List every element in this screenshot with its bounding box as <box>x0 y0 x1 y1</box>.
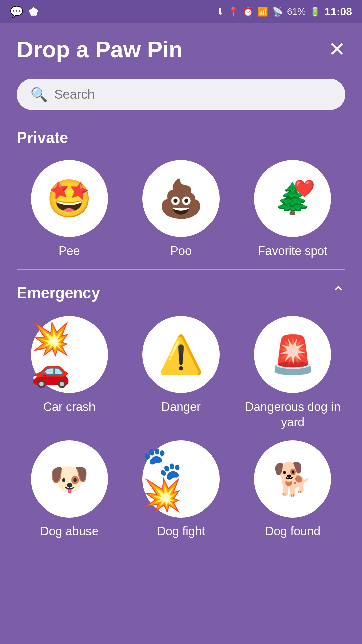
section-emergency-label: Emergency <box>17 284 100 302</box>
pin-item-dangerous-dog-in-yard[interactable]: 🚨 Dangerous dog in yard <box>240 316 345 431</box>
pin-circle-favorite-spot: 🌲❤️ <box>254 160 331 237</box>
location-icon: 📍 <box>228 7 239 17</box>
pin-circle-car-crash: 💥🚗 <box>31 316 108 393</box>
status-bar-right: ⬇ 📍 ⏰ 📶 📡 61% 🔋 11:08 <box>217 6 352 18</box>
pin-circle-dog-abuse: 🐶 <box>31 440 108 518</box>
dangerous-dog-icon: 🚨 <box>270 336 316 373</box>
battery-icon: 🔋 <box>310 7 320 17</box>
search-icon: 🔍 <box>30 86 48 103</box>
pin-circle-poo: 💩 <box>142 160 220 237</box>
poo-icon: 💩 <box>158 180 204 217</box>
time-display: 11:08 <box>324 6 352 18</box>
battery-label: 61% <box>287 6 306 17</box>
pin-label-favorite-spot: Favorite spot <box>258 243 327 259</box>
emergency-collapse-button[interactable]: ⌃ <box>331 283 345 303</box>
pin-label-car-crash: Car crash <box>43 399 96 415</box>
wifi-icon: 📶 <box>257 7 268 17</box>
layers-icon: ⬟ <box>29 5 38 18</box>
section-divider <box>17 269 345 270</box>
alarm-icon: ⏰ <box>243 7 253 17</box>
header: Drop a Paw Pin ✕ <box>17 37 345 62</box>
danger-icon: ⚠️ <box>158 336 204 373</box>
pin-label-pee: Pee <box>59 243 80 259</box>
pin-item-car-crash[interactable]: 💥🚗 Car crash <box>17 316 122 431</box>
download-icon: ⬇ <box>217 7 224 17</box>
status-bar: 💬 ⬟ ⬇ 📍 ⏰ 📶 📡 61% 🔋 11:08 <box>0 0 362 23</box>
pin-circle-dangerous-dog-in-yard: 🚨 <box>254 316 331 393</box>
dog-abuse-icon: 🐶 <box>49 463 89 495</box>
car-crash-icon: 💥🚗 <box>31 323 108 386</box>
dog-fight-icon: 🐾💥 <box>142 447 220 511</box>
pin-label-dog-abuse: Dog abuse <box>40 524 99 539</box>
pin-item-dog-fight[interactable]: 🐾💥 Dog fight <box>128 440 233 539</box>
favorite-spot-icon: 🌲❤️ <box>274 183 311 214</box>
section-private: Private 🤩 Pee 💩 Poo 🌲❤️ <box>17 128 345 259</box>
page-title: Drop a Paw Pin <box>17 37 183 62</box>
pin-item-danger[interactable]: ⚠️ Danger <box>128 316 233 431</box>
pee-icon: 🤩 <box>46 180 92 217</box>
pin-label-dog-fight: Dog fight <box>157 524 205 539</box>
pin-item-favorite-spot[interactable]: 🌲❤️ Favorite spot <box>240 160 345 259</box>
emergency-section-header: Emergency ⌃ <box>17 283 345 303</box>
pin-item-dog-found[interactable]: 🐕 Dog found <box>240 440 345 539</box>
pin-circle-dog-fight: 🐾💥 <box>142 440 220 518</box>
pin-circle-pee: 🤩 <box>31 160 108 237</box>
pin-label-poo: Poo <box>170 243 192 259</box>
pin-label-dangerous-dog-in-yard: Dangerous dog in yard <box>240 399 345 431</box>
pin-item-pee[interactable]: 🤩 Pee <box>17 160 122 259</box>
close-button[interactable]: ✕ <box>328 39 345 59</box>
pin-label-danger: Danger <box>161 399 201 415</box>
status-bar-left-icons: 💬 ⬟ <box>10 5 38 18</box>
section-emergency: Emergency ⌃ 💥🚗 Car crash ⚠️ Danger 🚨 <box>17 283 345 539</box>
pin-circle-dog-found: 🐕 <box>254 440 331 518</box>
dog-found-icon: 🐕 <box>273 463 313 495</box>
section-private-label: Private <box>17 128 345 147</box>
pin-item-dog-abuse[interactable]: 🐶 Dog abuse <box>17 440 122 539</box>
search-bar: 🔍 <box>17 79 345 110</box>
private-pin-grid: 🤩 Pee 💩 Poo 🌲❤️ Favorite spot <box>17 160 345 259</box>
pin-item-poo[interactable]: 💩 Poo <box>128 160 233 259</box>
pin-label-dog-found: Dog found <box>265 524 320 539</box>
signal-icon: 📡 <box>272 7 283 17</box>
whatsapp-icon: 💬 <box>10 5 23 18</box>
pin-circle-danger: ⚠️ <box>142 316 220 393</box>
main-content: Drop a Paw Pin ✕ 🔍 Private 🤩 Pee 💩 Poo <box>0 23 362 563</box>
emergency-pin-grid: 💥🚗 Car crash ⚠️ Danger 🚨 Dangerous dog i… <box>17 316 345 539</box>
search-input[interactable] <box>54 87 332 102</box>
